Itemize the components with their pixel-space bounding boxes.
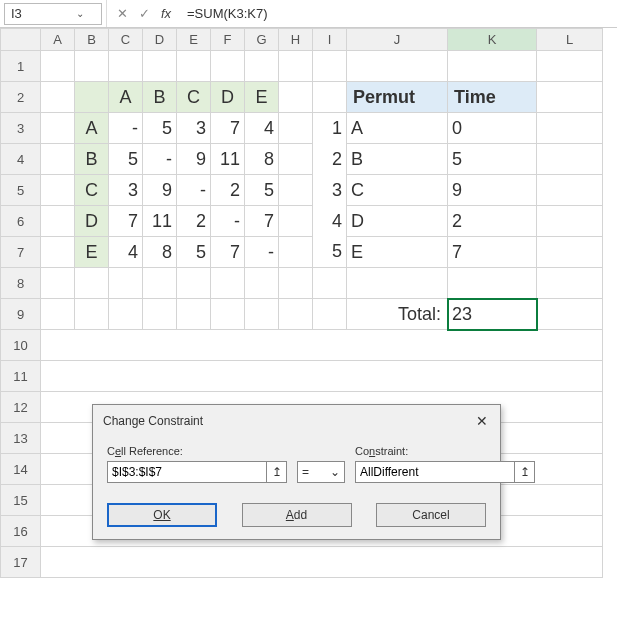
- cell-selected[interactable]: 5: [313, 237, 347, 268]
- select-all-corner[interactable]: [1, 29, 41, 51]
- add-button[interactable]: Add: [242, 503, 352, 527]
- cell[interactable]: 5: [177, 237, 211, 268]
- row-header[interactable]: 13: [1, 423, 41, 454]
- col-header-selected[interactable]: K: [448, 29, 537, 51]
- row-header[interactable]: 7: [1, 237, 41, 268]
- cell[interactable]: A: [109, 82, 143, 113]
- cell[interactable]: 5: [245, 175, 279, 206]
- total-label-cell[interactable]: Total:: [347, 299, 448, 330]
- cell-selected[interactable]: 4: [313, 206, 347, 237]
- col-header[interactable]: H: [279, 29, 313, 51]
- col-header[interactable]: C: [109, 29, 143, 51]
- col-header[interactable]: A: [41, 29, 75, 51]
- cell[interactable]: 5: [143, 113, 177, 144]
- row-header[interactable]: 10: [1, 330, 41, 361]
- cell[interactable]: 8: [245, 144, 279, 175]
- col-header[interactable]: J: [347, 29, 448, 51]
- row-header[interactable]: 14: [1, 454, 41, 485]
- close-icon[interactable]: ✕: [472, 411, 492, 431]
- cell[interactable]: 9: [448, 175, 537, 206]
- row-header[interactable]: 2: [1, 82, 41, 113]
- cell[interactable]: D: [211, 82, 245, 113]
- row-header[interactable]: 5: [1, 175, 41, 206]
- cell[interactable]: C: [177, 82, 211, 113]
- cell[interactable]: 11: [211, 144, 245, 175]
- cell[interactable]: 7: [211, 237, 245, 268]
- formula-input[interactable]: [181, 6, 617, 21]
- cell[interactable]: A: [347, 113, 448, 144]
- cell[interactable]: B: [143, 82, 177, 113]
- row-header[interactable]: 15: [1, 485, 41, 516]
- cell[interactable]: A: [75, 113, 109, 144]
- row-header[interactable]: 12: [1, 392, 41, 423]
- cell[interactable]: -: [211, 206, 245, 237]
- row-header[interactable]: 6: [1, 206, 41, 237]
- cell[interactable]: 7: [211, 113, 245, 144]
- cell[interactable]: 7: [245, 206, 279, 237]
- cell[interactable]: -: [143, 144, 177, 175]
- cell[interactable]: -: [109, 113, 143, 144]
- cell[interactable]: 8: [143, 237, 177, 268]
- cell[interactable]: D: [75, 206, 109, 237]
- cell[interactable]: Time: [448, 82, 537, 113]
- cell[interactable]: 2: [211, 175, 245, 206]
- col-header[interactable]: E: [177, 29, 211, 51]
- cell[interactable]: D: [347, 206, 448, 237]
- col-header[interactable]: L: [537, 29, 603, 51]
- range-picker-icon[interactable]: ↥: [266, 462, 286, 482]
- cell[interactable]: 2: [177, 206, 211, 237]
- cell[interactable]: 7: [448, 237, 537, 268]
- ok-button[interactable]: OK: [107, 503, 217, 527]
- col-header[interactable]: B: [75, 29, 109, 51]
- cell-selected[interactable]: 1: [313, 113, 347, 144]
- cell[interactable]: 0: [448, 113, 537, 144]
- cancel-button[interactable]: Cancel: [376, 503, 486, 527]
- row-header[interactable]: 1: [1, 51, 41, 82]
- cell[interactable]: B: [75, 144, 109, 175]
- col-header[interactable]: I: [313, 29, 347, 51]
- cell[interactable]: E: [245, 82, 279, 113]
- cell[interactable]: [75, 82, 109, 113]
- cell[interactable]: 5: [109, 144, 143, 175]
- cell[interactable]: C: [347, 175, 448, 206]
- name-box[interactable]: I3 ⌄: [4, 3, 102, 25]
- cell-selected[interactable]: 2: [313, 144, 347, 175]
- cell[interactable]: 11: [143, 206, 177, 237]
- row-header[interactable]: 8: [1, 268, 41, 299]
- cancel-icon[interactable]: ✕: [113, 5, 131, 23]
- cell[interactable]: 9: [177, 144, 211, 175]
- row-header[interactable]: 4: [1, 144, 41, 175]
- cell[interactable]: -: [245, 237, 279, 268]
- cell-reference-input[interactable]: ↥: [107, 461, 287, 483]
- cell[interactable]: E: [347, 237, 448, 268]
- dialog-titlebar[interactable]: Change Constraint ✕: [93, 405, 500, 441]
- col-header[interactable]: G: [245, 29, 279, 51]
- cell[interactable]: -: [177, 175, 211, 206]
- range-picker-icon[interactable]: ↥: [514, 462, 534, 482]
- cell[interactable]: 4: [245, 113, 279, 144]
- row-header[interactable]: 9: [1, 299, 41, 330]
- col-header[interactable]: D: [143, 29, 177, 51]
- cell[interactable]: 5: [448, 144, 537, 175]
- constraint-input[interactable]: ↥: [355, 461, 535, 483]
- row-header[interactable]: 3: [1, 113, 41, 144]
- cell[interactable]: 9: [143, 175, 177, 206]
- constraint-field[interactable]: [356, 462, 514, 482]
- cell-selected[interactable]: 3: [313, 175, 347, 206]
- name-box-dropdown-icon[interactable]: ⌄: [53, 8, 101, 19]
- cell[interactable]: 2: [448, 206, 537, 237]
- cell[interactable]: 4: [109, 237, 143, 268]
- cell[interactable]: C: [75, 175, 109, 206]
- cell[interactable]: 3: [177, 113, 211, 144]
- row-header[interactable]: 11: [1, 361, 41, 392]
- operator-select[interactable]: = ⌄: [297, 461, 345, 483]
- row-header[interactable]: 16: [1, 516, 41, 547]
- cell[interactable]: Permut: [347, 82, 448, 113]
- accept-icon[interactable]: ✓: [135, 5, 153, 23]
- objective-cell[interactable]: 23: [448, 299, 537, 330]
- cell[interactable]: E: [75, 237, 109, 268]
- fx-icon[interactable]: fx: [157, 5, 175, 23]
- col-header[interactable]: F: [211, 29, 245, 51]
- cell[interactable]: 3: [109, 175, 143, 206]
- cell[interactable]: 7: [109, 206, 143, 237]
